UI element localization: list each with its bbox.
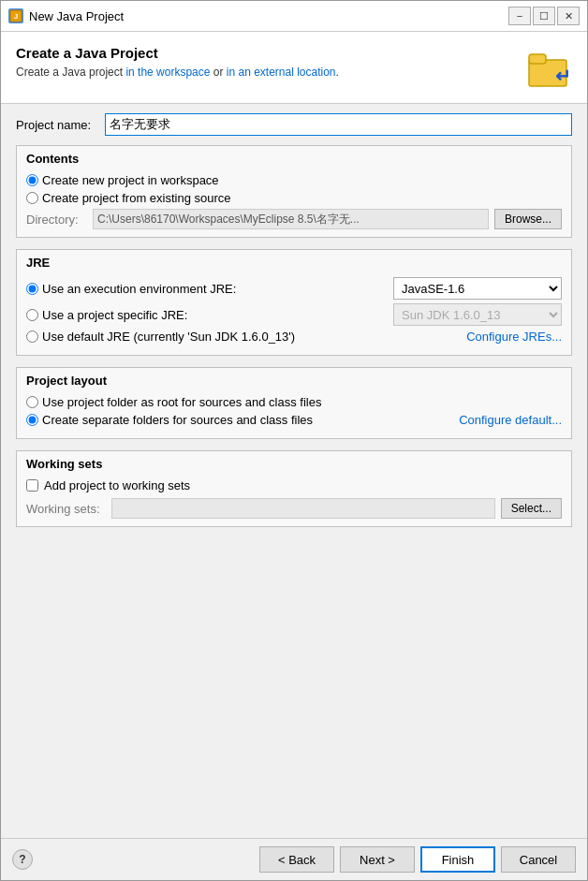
directory-label: Directory: [26, 213, 87, 227]
jre-radio1-label: Use an execution environment JRE: [42, 282, 236, 296]
jre-radio2[interactable] [26, 309, 38, 321]
configure-default-link[interactable]: Configure default... [459, 413, 562, 427]
project-layout-section: Project layout Use project folder as roo… [16, 367, 572, 439]
header-text: Create a Java Project Create a Java proj… [16, 45, 518, 81]
jre-radio2-label: Use a project specific JRE: [42, 308, 187, 322]
layout-radio1-label: Use project folder as root for sources a… [42, 395, 321, 409]
working-sets-input [111, 498, 495, 519]
jre-content: Use an execution environment JRE: JavaSE… [17, 273, 571, 355]
finish-button[interactable]: Finish [420, 846, 495, 873]
working-sets-checkbox[interactable] [26, 479, 38, 492]
minimize-button[interactable]: − [508, 7, 531, 25]
jre-radio2-row: Use a project specific JRE: Sun JDK 1.6.… [26, 303, 562, 326]
jre-radio1-part: Use an execution environment JRE: [26, 282, 388, 296]
jre-radio1[interactable] [26, 283, 38, 295]
jre-radio1-row: Use an execution environment JRE: JavaSE… [26, 277, 562, 300]
layout-radio1[interactable] [26, 396, 38, 408]
project-layout-content: Use project folder as root for sources a… [17, 391, 571, 438]
directory-row: Directory: Browse... [26, 209, 562, 229]
contents-radio2-label: Create project from existing source [42, 191, 231, 205]
close-button[interactable]: ✕ [557, 7, 580, 25]
jre-radio2-part: Use a project specific JRE: [26, 308, 388, 322]
layout-radio1-row: Use project folder as root for sources a… [26, 395, 562, 409]
jre-radio3-label: Use default JRE (currently 'Sun JDK 1.6.… [42, 330, 295, 344]
title-bar: J New Java Project − ☐ ✕ [1, 1, 587, 32]
window-icon: J [8, 8, 23, 23]
footer: ? < Back Next > Finish Cancel [1, 838, 587, 880]
jre-radio3[interactable] [26, 330, 38, 343]
jre-title: JRE [17, 250, 571, 273]
working-sets-checkbox-row: Add project to working sets [26, 478, 562, 492]
contents-radio1[interactable] [26, 174, 38, 186]
contents-radio1-row: Create new project in workspace [26, 173, 562, 187]
layout-radio2-row: Create separate folders for sources and … [26, 413, 562, 427]
browse-button[interactable]: Browse... [494, 209, 562, 229]
project-name-input[interactable] [105, 113, 572, 136]
project-name-label: Project name: [16, 118, 105, 132]
header-title: Create a Java Project [16, 45, 518, 61]
contents-radio2[interactable] [26, 192, 38, 204]
contents-radio2-row: Create project from existing source [26, 191, 562, 205]
title-bar-controls: − ☐ ✕ [508, 7, 580, 25]
contents-section: Contents Create new project in workspace… [16, 145, 572, 238]
next-button[interactable]: Next > [340, 846, 415, 873]
header-description: Create a Java project in the workspace o… [16, 65, 518, 81]
jre-environment-select[interactable]: JavaSE-1.6 JavaSE-1.7 JavaSE-1.8 [393, 277, 562, 300]
svg-text:↵: ↵ [555, 66, 571, 86]
working-set-select-row: Working sets: Select... [26, 498, 562, 519]
jre-section: JRE Use an execution environment JRE: Ja… [16, 249, 572, 356]
contents-content: Create new project in workspace Create p… [17, 169, 571, 237]
header-section: Create a Java Project Create a Java proj… [1, 32, 587, 104]
working-sets-label: Working sets: [26, 502, 106, 516]
back-button[interactable]: < Back [259, 846, 334, 873]
project-layout-title: Project layout [17, 368, 571, 391]
contents-radio1-label: Create new project in workspace [42, 173, 219, 187]
header-desc-part1: Create a Java project [16, 66, 125, 79]
configure-jres-link[interactable]: Configure JREs... [466, 330, 562, 344]
working-sets-title: Working sets [17, 451, 571, 475]
project-name-row: Project name: [16, 113, 572, 136]
jre-radio3-part: Use default JRE (currently 'Sun JDK 1.6.… [26, 330, 466, 344]
contents-title: Contents [17, 146, 571, 169]
header-desc-part3: . [336, 66, 339, 79]
cancel-button[interactable]: Cancel [501, 846, 576, 873]
maximize-button[interactable]: ☐ [533, 7, 555, 25]
directory-input [93, 209, 489, 229]
layout-radio2-label: Create separate folders for sources and … [42, 413, 448, 427]
svg-text:J: J [14, 12, 18, 21]
header-link-external[interactable]: in an external location [227, 66, 336, 79]
jre-specific-select: Sun JDK 1.6.0_13 [393, 303, 562, 326]
content-area: Project name: Contents Create new projec… [1, 104, 587, 838]
help-button[interactable]: ? [12, 849, 33, 870]
layout-radio2[interactable] [26, 414, 38, 426]
svg-rect-3 [529, 54, 546, 64]
jre-radio3-row: Use default JRE (currently 'Sun JDK 1.6.… [26, 330, 562, 344]
working-sets-select-button: Select... [501, 498, 562, 519]
window-title: New Java Project [29, 9, 503, 23]
header-link-workspace[interactable]: in the workspace [125, 66, 210, 79]
header-desc-part2: or [210, 66, 226, 79]
main-window: J New Java Project − ☐ ✕ Create a Java P… [0, 0, 588, 881]
header-icon: ↵ [527, 45, 572, 90]
working-sets-content: Add project to working sets Working sets… [17, 475, 571, 526]
working-sets-section: Working sets Add project to working sets… [16, 450, 572, 527]
working-sets-checkbox-label: Add project to working sets [44, 478, 190, 492]
